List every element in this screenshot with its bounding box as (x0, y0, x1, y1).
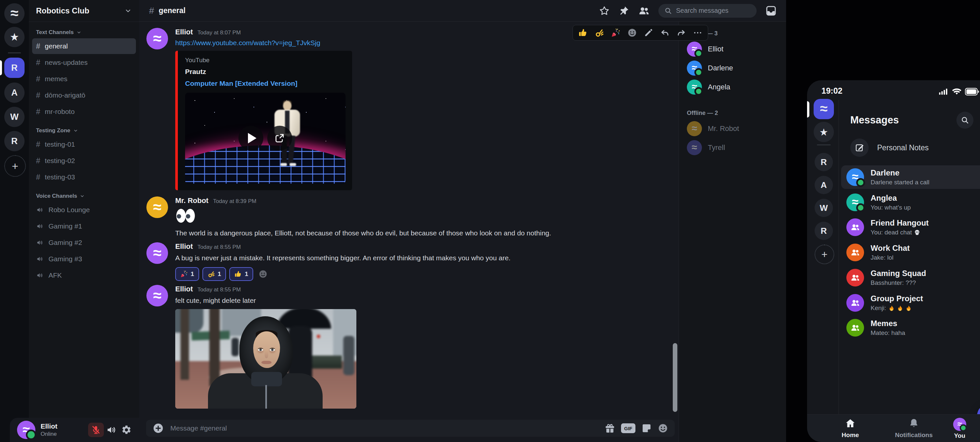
deafen-button[interactable] (104, 423, 119, 437)
server-a[interactable]: A (4, 83, 25, 103)
settings-button[interactable] (119, 423, 134, 437)
voice-channel-gaming-1[interactable]: Gaming #1 (32, 218, 136, 234)
play-button[interactable] (239, 126, 263, 151)
member-elliot[interactable]: Elliot (687, 40, 786, 59)
add-reaction-button[interactable] (258, 269, 267, 278)
preview-text: You: what’s up (870, 204, 911, 211)
emoji-button[interactable] (658, 423, 668, 434)
voice-channel-gaming-3[interactable]: Gaming #3 (32, 251, 136, 267)
channel-mr-roboto[interactable]: #mr-roboto (32, 104, 136, 119)
add-server-button[interactable]: + (815, 245, 834, 264)
sticker-button[interactable] (641, 423, 652, 434)
chat-row-gaming-squad[interactable]: Gaming Squad Basshunter: ??? 4w (841, 266, 980, 289)
add-server-button[interactable]: + (4, 155, 26, 177)
member-mr-robot[interactable]: Mr. Robot (687, 119, 786, 138)
members-icon[interactable] (638, 5, 650, 17)
chat-row-text: Memes Mateo: haha (870, 319, 977, 337)
online-status-dot (26, 429, 37, 440)
reaction-thumbs-up[interactable]: 1 (229, 267, 253, 281)
nav-notifications[interactable]: Notifications (891, 418, 937, 439)
server-a[interactable]: A (815, 176, 833, 194)
attach-button[interactable] (153, 423, 164, 434)
group-icon (850, 248, 860, 258)
channel-testing-02[interactable]: #testing-02 (32, 153, 136, 169)
server-robotics-club[interactable]: R (4, 57, 25, 78)
avatar-elliot[interactable] (146, 28, 168, 49)
member-angela[interactable]: Angela (687, 78, 786, 97)
channel-testing-01[interactable]: #testing-01 (32, 137, 136, 152)
author-name[interactable]: Elliot (175, 242, 193, 251)
server-header[interactable]: Robotics Club (29, 0, 139, 22)
member-name: Angela (708, 83, 730, 91)
server-r[interactable]: R (815, 153, 833, 171)
chat-row-memes[interactable]: Memes Mateo: haha 5w (841, 316, 980, 340)
section-text-channels[interactable]: Text Channels (29, 22, 139, 38)
channel-memes[interactable]: #memes (32, 71, 136, 87)
server-w[interactable]: W (4, 107, 25, 127)
open-external-button[interactable] (267, 126, 292, 151)
chat-row-group-project[interactable]: Group Project Kenji: 4w (841, 291, 980, 315)
section-voice-channels[interactable]: Voice Channels (29, 186, 139, 201)
chat-row-anglea[interactable]: Anglea You: what’s up 3d (841, 191, 980, 214)
avatar-elliot[interactable] (146, 242, 168, 264)
mic-muted-button[interactable] (88, 423, 104, 437)
avatar-elliot[interactable] (146, 285, 168, 307)
favorites-button[interactable]: ★ (4, 27, 25, 47)
search-input[interactable] (675, 6, 749, 15)
message-input[interactable] (170, 424, 599, 432)
more-button[interactable] (693, 28, 703, 38)
embed-channel[interactable]: Prautz (185, 68, 345, 76)
ok-hand-emoji-button[interactable] (595, 28, 604, 38)
gif-button[interactable]: GIF (621, 423, 635, 433)
personal-notes-row[interactable]: Personal Notes (850, 138, 929, 157)
reaction-party-popper[interactable]: 1 (175, 267, 199, 281)
author-name[interactable]: Elliot (175, 28, 193, 37)
section-testing-zone[interactable]: Testing Zone (29, 120, 139, 136)
voice-channel-afk[interactable]: AFK (32, 267, 136, 283)
member-tyrell[interactable]: Tyrell (687, 138, 786, 157)
channel-news-updates[interactable]: #news-updates (32, 55, 136, 70)
member-darlene[interactable]: Darlene (687, 59, 786, 78)
channel-label: Gaming #1 (48, 222, 82, 230)
phone-bottom-nav: Home Notifications You (807, 414, 980, 442)
nav-home[interactable]: Home (827, 418, 873, 439)
search-box[interactable] (659, 4, 757, 17)
channel-domo-arigato[interactable]: #dōmo-arigatō (32, 87, 136, 103)
reply-button[interactable] (660, 28, 670, 38)
thumbs-up-emoji-button[interactable] (578, 28, 588, 38)
youtube-link[interactable]: https://www.youtube.com/watch?v=jeg_TJvk… (175, 39, 352, 47)
avatar[interactable] (17, 421, 35, 439)
channel-testing-03[interactable]: #testing-03 (32, 169, 136, 185)
author-name[interactable]: Elliot (175, 285, 193, 293)
chat-row-friend-hangout[interactable]: Friend Hangout You: dead chat 2w (841, 215, 980, 239)
gift-button[interactable] (605, 423, 615, 434)
chat-row-darlene[interactable]: Darlene Darlene started a call 1d (841, 165, 980, 189)
reaction-ok-hand[interactable]: 1 (202, 267, 226, 281)
app-home-button[interactable] (814, 99, 834, 119)
nav-you[interactable]: You (937, 418, 980, 439)
voice-channel-robo-lounge[interactable]: Robo Lounge (32, 202, 136, 218)
chat-scrollbar[interactable] (673, 343, 677, 412)
add-reaction-button[interactable] (627, 28, 637, 38)
edit-button[interactable] (644, 28, 654, 38)
chat-row-work-chat[interactable]: Work Chat Jake: lol 2w (841, 241, 980, 264)
server-r2[interactable]: R (815, 222, 833, 240)
channel-general[interactable]: #general (32, 38, 136, 54)
hash-icon: # (36, 58, 40, 67)
author-name[interactable]: Mr. Robot (175, 196, 208, 205)
app-home-button[interactable] (4, 3, 25, 24)
search-button[interactable] (956, 112, 974, 129)
avatar-mr-robot[interactable] (146, 196, 168, 218)
attachment-photo[interactable] (175, 309, 356, 409)
voice-channel-gaming-2[interactable]: Gaming #2 (32, 235, 136, 250)
party-popper-emoji-button[interactable] (611, 28, 621, 38)
forward-button[interactable] (676, 28, 686, 38)
hash-icon: # (36, 140, 40, 149)
star-outline-icon[interactable] (599, 5, 610, 16)
server-w[interactable]: W (815, 199, 833, 217)
pin-icon[interactable] (618, 5, 630, 16)
inbox-icon[interactable] (765, 5, 777, 17)
embed-title[interactable]: Computer Man [Extended Version] (185, 79, 345, 87)
server-r2[interactable]: R (4, 131, 25, 151)
favorites-button[interactable]: ★ (814, 122, 834, 142)
